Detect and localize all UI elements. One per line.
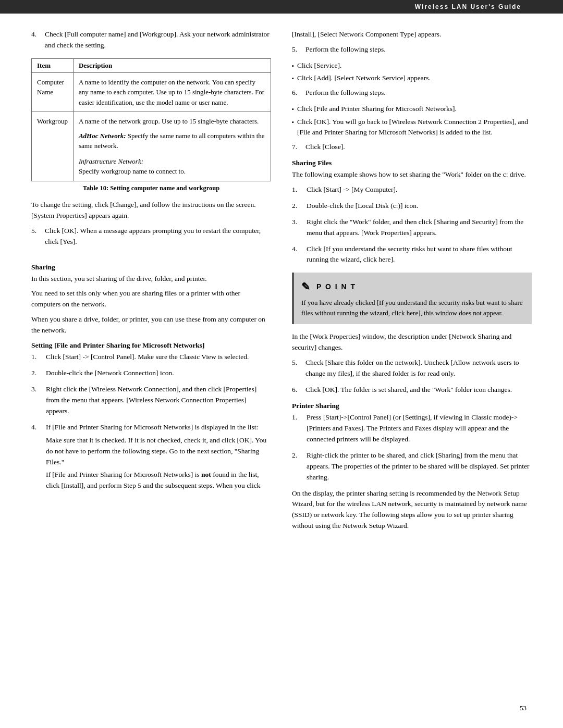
list-item: 1. Press [Start]->[Control Panel] (or [S… [292,412,532,445]
point-text: If you have already clicked [If you unde… [301,299,523,317]
item4-text: Check [Full computer name] and [Workgrou… [45,29,271,51]
sf-step3-text: Right click the "Work" folder, and then … [307,217,532,239]
right-step6: 6. Perform the following steps. [292,88,532,98]
adhoc-label: AdHoc Network: [79,132,126,140]
steps-list: 1. Click [Start] -> [Control Panel]. Mak… [31,352,271,491]
list-item: 2. Double-click the [Network Connection]… [31,368,271,379]
point-title: P O I N T [316,281,356,292]
list-item: Click [OK]. You will go back to [Wireles… [292,117,532,138]
footer-para: On the display, the printer sharing sett… [292,488,532,532]
step1-num: 1. [31,352,42,363]
step1-text: Click [Start] -> [Control Panel]. Make s… [46,352,271,363]
ps-step1-num: 1. [292,412,302,445]
r-step6-num: 6. [292,88,302,98]
list-item: 4. Click [If you understand the security… [292,244,532,266]
list-item: Click [Service]. [292,60,532,71]
settings-table: Item Description ComputerName A name to … [31,58,271,181]
list-item: 4. If [File and Printer Sharing for Micr… [31,422,271,492]
table-cell-item1: ComputerName [32,72,74,112]
bullet-text: Click [File and Printer Sharing for Micr… [297,104,457,114]
list-item: 3. Right click the [Wireless Network Con… [31,384,271,417]
bullet-text: Click [Add]. [Select Network Service] ap… [297,73,431,83]
header-bar: Wireless LAN User's Guide [0,0,563,14]
sf-step4-num: 4. [292,244,302,266]
bullet-text: Click [Service]. [297,60,341,71]
list-item: Click [Add]. [Select Network Service] ap… [292,73,532,83]
left-column: 4. Check [Full computer name] and [Workg… [31,29,271,536]
infra-text: Specify workgroup name to connect to. [79,167,186,175]
step6-bullets: Click [File and Printer Sharing for Micr… [292,104,532,138]
sf6-text: Click [OK]. The folder is set shared, an… [305,385,512,396]
item4-number: 4. [31,29,42,51]
r-step7-text: Click [Close]. [305,142,345,153]
file-printer-heading-text: Setting [File and Printer Sharing for Mi… [31,341,205,349]
item5: 5. Click [OK]. When a message appears pr… [31,226,271,248]
table-cell-desc2: A name of the network group. Use up to 1… [73,112,271,181]
step4-text3a: If [File and Printer Sharing for Microso… [46,471,201,478]
sharing-files-intro: The following example shows how to set s… [292,169,532,180]
list-item: 3. Right click the "Work" folder, and th… [292,217,532,239]
page: Wireless LAN User's Guide 4. Check [Full… [0,0,563,728]
item5-number: 5. [31,226,42,248]
ps-step1-text: Press [Start]->[Control Panel] (or [Sett… [307,412,532,445]
sf-step5: 5. Check [Share this folder on the netwo… [292,357,532,379]
table-row: ComputerName A name to identify the comp… [32,72,271,112]
sf-step1-num: 1. [292,184,302,195]
table-col1-header: Item [32,58,74,72]
sf-step1-text: Click [Start] -> [My Computer]. [307,184,532,195]
sharing-files-steps: 1. Click [Start] -> [My Computer]. 2. Do… [292,184,532,266]
change-setting-para: To change the setting, click [Change], a… [31,200,271,221]
install-text: [Install], [Select Network Component Typ… [292,29,532,40]
right-step7: 7. Click [Close]. [292,142,532,153]
step2-text: Double-click the [Network Connection] ic… [46,368,271,379]
step3-text: Right click the [Wireless Network Connec… [46,384,271,417]
sharing-heading: Sharing [31,263,271,272]
r-step5-num: 5. [292,44,302,55]
right-step5: 5. Perform the following steps. [292,44,532,55]
item5-text: Click [OK]. When a message appears promp… [45,226,271,248]
sf-step6: 6. Click [OK]. The folder is set shared,… [292,385,532,396]
r-step6-text: Perform the following steps. [305,88,386,98]
ps-step2-text: Right-click the printer to be shared, an… [307,450,532,483]
list-item: 2. Right-click the printer to be shared,… [292,450,532,483]
step4-text1: If [File and Printer Sharing for Microso… [46,423,258,431]
sharing-para1: In this section, you set sharing of the … [31,274,271,285]
r-step7-num: 7. [292,142,302,153]
r-step5-text: Perform the following steps. [305,44,386,55]
sf5-text: Check [Share this folder on the network]… [305,357,532,379]
adhoc-section: AdHoc Network: Specify the same name to … [79,131,265,151]
printer-sharing-heading: Printer Sharing [292,402,532,410]
infra-label: Infrastructure Network: [79,157,143,165]
table-cell-item2: Workgroup [32,112,74,181]
step2-num: 2. [31,368,42,379]
page-number: 53 [520,704,527,712]
point-header: ✎ P O I N T [301,279,524,294]
step4-content: If [File and Printer Sharing for Microso… [46,422,271,492]
sf6-num: 6. [292,385,302,396]
sf-step3-num: 3. [292,217,302,239]
list-item: Click [File and Printer Sharing for Micr… [292,104,532,114]
header-title: Wireless LAN User's Guide [415,3,521,10]
sharing-para2: You need to set this only when you are s… [31,288,271,310]
infra-section: Infrastructure Network: Specify workgrou… [79,156,265,177]
content-area: 4. Check [Full computer name] and [Workg… [0,14,563,557]
sharing-para3: When you share a drive, folder, or print… [31,314,271,336]
table-cell-desc1: A name to identify the computer on the n… [73,72,271,112]
step5-bullets: Click [Service]. Click [Add]. [Select Ne… [292,60,532,84]
sf-step2-text: Double-click the [Local Disk (c:)] icon. [307,201,532,212]
window-text: In the [Work Properties] window, the des… [292,331,532,353]
sf-step4-text: Click [If you understand the security ri… [307,244,532,266]
step4-text2: Make sure that it is checked. If it is n… [46,435,271,468]
sf-step2-num: 2. [292,201,302,212]
right-column: [Install], [Select Network Component Typ… [292,29,532,536]
printer-steps: 1. Press [Start]->[Control Panel] (or [S… [292,412,532,483]
file-printer-heading: Setting [File and Printer Sharing for Mi… [31,341,271,350]
step4-num: 4. [31,422,42,492]
step4-text3-wrap: If [File and Printer Sharing for Microso… [46,470,271,491]
intro-item4: 4. Check [Full computer name] and [Workg… [31,29,271,51]
bullet-text: Click [OK]. You will go back to [Wireles… [297,117,532,138]
point-icon: ✎ [301,279,311,294]
list-item: 1. Click [Start] -> [My Computer]. [292,184,532,195]
table-col2-header: Description [73,58,271,72]
table-caption: Table 10: Setting computer name and work… [31,184,271,192]
